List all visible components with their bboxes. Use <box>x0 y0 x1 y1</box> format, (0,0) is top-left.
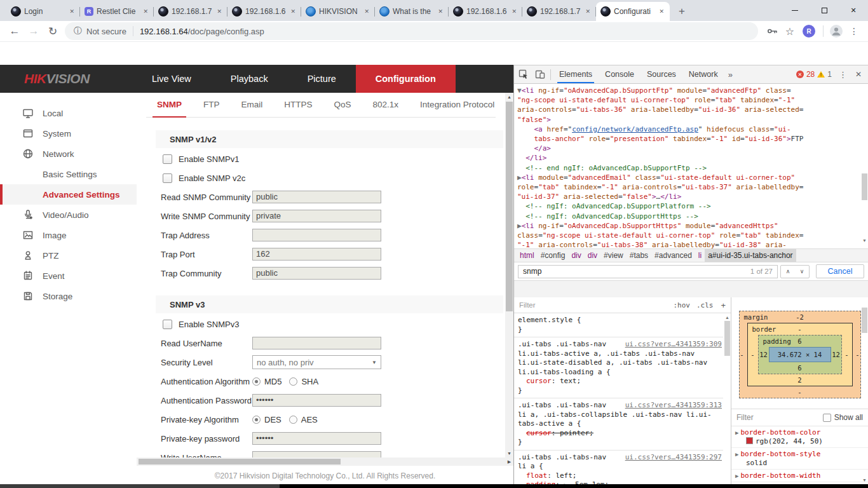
computed-property[interactable]: ▶border-bottom-stylesolid <box>731 448 868 470</box>
sidebar-item-advanced-settings[interactable]: Advanced Settings <box>0 184 137 205</box>
box-model-margin[interactable]: margin-2 - border- - padding6 <box>739 311 861 398</box>
tab-close-icon[interactable]: ✕ <box>289 7 297 16</box>
radio-aes[interactable] <box>289 416 297 424</box>
browser-tab-restlet-clie[interactable]: RRestlet Clie✕ <box>80 2 154 21</box>
checkbox-enable-snmpv3[interactable] <box>163 320 172 329</box>
devtools-close-icon[interactable]: ✕ <box>854 70 867 79</box>
chrome-menu-icon[interactable]: ⋮ <box>845 22 863 40</box>
vertical-scroll-thumb[interactable] <box>506 102 513 311</box>
profile-avatar[interactable] <box>827 22 845 40</box>
checkbox-enable-snmpv1[interactable] <box>163 154 172 164</box>
elements-scroll-thumb[interactable] <box>862 173 867 200</box>
expand-icon[interactable]: ▶ <box>735 430 738 436</box>
warning-icon[interactable]: ! <box>817 71 825 78</box>
content-vertical-scrollbar[interactable]: ▲ ▼ <box>505 93 513 458</box>
tab-email[interactable]: Email <box>231 93 274 117</box>
new-tab-button[interactable]: + <box>672 2 691 21</box>
css-property[interactable]: float: left; <box>518 471 722 481</box>
device-toolbar-icon[interactable] <box>532 66 548 83</box>
text-input-trap-address[interactable] <box>252 229 381 241</box>
sidebar-item-ptz[interactable]: PTZ <box>0 245 137 266</box>
toggle-classes-button[interactable]: .cls <box>696 301 714 309</box>
text-input-read-snmp-community[interactable]: public <box>252 191 381 203</box>
tab-close-icon[interactable]: ✕ <box>215 7 223 16</box>
browser-tab-192-168-1-6[interactable]: 192.168.1.6✕ <box>227 2 301 21</box>
tab-ftp[interactable]: FTP <box>193 93 231 117</box>
breadcrumb-li[interactable]: li <box>695 249 705 262</box>
sidebar-item-network[interactable]: Network <box>0 144 137 164</box>
tab-802-1x[interactable]: 802.1x <box>362 93 410 117</box>
breadcrumb-div[interactable]: div <box>568 249 584 262</box>
computed-filter-input[interactable]: Filter <box>736 413 754 422</box>
computed-property[interactable]: ▶border-bottom-colorrgb(202, 44, 50) <box>731 426 868 448</box>
breadcrumb-a-ui-id-35-ui-tabs-anchor[interactable]: a#ui-id-35.ui-tabs-anchor <box>705 249 796 262</box>
stylesheet-link[interactable]: ui.css?vers…4341359:309 <box>625 340 722 349</box>
minimize-button[interactable] <box>780 0 810 20</box>
restlet-extension-icon[interactable]: R <box>803 25 815 37</box>
text-input-trap-community[interactable]: public <box>252 267 381 280</box>
toggle-hover-button[interactable]: :hov <box>673 301 690 309</box>
tab-qos[interactable]: QoS <box>323 93 362 117</box>
box-model-border[interactable]: border- - padding6 12 34.672 × 14 12 <box>747 323 853 386</box>
back-button[interactable]: ← <box>5 22 24 41</box>
css-property[interactable]: cursor: text; <box>518 377 722 386</box>
sidebar-item-image[interactable]: Image <box>0 225 137 245</box>
browser-tab-configurati[interactable]: Configurati✕ <box>596 2 670 21</box>
radio-sha[interactable] <box>289 377 297 386</box>
devtools-tab-network[interactable]: Network <box>682 65 724 83</box>
search-prev-icon[interactable]: ∧ <box>786 268 790 274</box>
browser-tab-hikvision[interactable]: HIKVISION✕ <box>301 2 375 21</box>
select-security-level[interactable]: no auth, no priv▼ <box>252 355 381 369</box>
forward-button[interactable]: → <box>24 22 43 41</box>
elements-scroll-down-icon[interactable]: ▼ <box>862 238 867 243</box>
tab-close-icon[interactable]: ✕ <box>142 7 149 16</box>
box-model-padding[interactable]: padding6 12 34.672 × 14 12 6 <box>758 335 842 374</box>
layout-scroll-down-icon[interactable]: ▼ <box>862 478 867 482</box>
browser-tab-192-168-1-6[interactable]: 192.168.1.6✕ <box>449 2 522 21</box>
breadcrumb-html[interactable]: html <box>517 249 538 262</box>
computed-property[interactable]: ▶border-bottom-width <box>731 470 868 482</box>
browser-tab-what-is-the[interactable]: What is the✕ <box>375 2 449 21</box>
css-property[interactable]: cursor: pointer; <box>518 429 722 438</box>
radio-md5[interactable] <box>252 377 261 386</box>
error-icon[interactable]: ✕ <box>796 71 804 78</box>
bookmark-star-icon[interactable]: ☆ <box>781 22 799 40</box>
browser-tab-192-168-1-7[interactable]: 192.168.1.7✕ <box>154 2 227 21</box>
styles-filter-input[interactable]: Filter <box>519 301 667 309</box>
devtools-tab-console[interactable]: Console <box>599 65 641 83</box>
search-cancel-button[interactable]: Cancel <box>816 264 864 278</box>
info-icon[interactable]: ⓘ <box>74 25 82 37</box>
box-model-content[interactable]: 34.672 × 14 <box>769 347 831 362</box>
devtools-tab-sources[interactable]: Sources <box>641 65 682 83</box>
devtools-tab-elements[interactable]: Elements <box>553 65 599 83</box>
tab-https[interactable]: HTTPS <box>273 93 323 117</box>
tab-close-icon[interactable]: ✕ <box>68 7 76 16</box>
stylesheet-link[interactable]: ui.css?vers…4341359:297 <box>625 453 722 463</box>
text-input-private-key-password[interactable]: •••••• <box>252 432 381 445</box>
breadcrumb-view[interactable]: #view <box>600 249 627 262</box>
sidebar-item-video-audio[interactable]: Video/Audio <box>0 205 137 225</box>
sidebar-item-basic-settings[interactable]: Basic Settings <box>0 164 137 184</box>
checkbox-enable-snmp-v2c[interactable] <box>163 173 172 183</box>
scroll-down-icon[interactable]: ▼ <box>505 449 513 458</box>
text-input-trap-port[interactable]: 162 <box>252 248 381 261</box>
sidebar-item-storage[interactable]: Storage <box>0 286 137 306</box>
sidebar-item-system[interactable]: System <box>0 123 137 144</box>
styles-scroll-thumb[interactable] <box>724 321 730 356</box>
warning-count[interactable]: 1 <box>827 70 832 79</box>
tab-close-icon[interactable]: ✕ <box>510 7 518 16</box>
breadcrumb-advanced[interactable]: #advanced <box>651 249 695 262</box>
elements-tree[interactable]: ▼<li ng-if="oAdvancedCap.bSupportFtp" mo… <box>514 84 868 250</box>
expand-icon[interactable]: ▶ <box>735 473 738 479</box>
browser-tab-192-168-1-7[interactable]: 192.168.1.7✕ <box>522 2 596 21</box>
tab-close-icon[interactable]: ✕ <box>437 7 444 16</box>
content-horizontal-scrollbar[interactable]: ▶ <box>137 458 513 466</box>
error-count[interactable]: 28 <box>806 70 815 79</box>
maximize-button[interactable] <box>810 0 839 20</box>
new-style-rule-button[interactable]: + <box>721 301 726 310</box>
reload-button[interactable]: ↻ <box>43 22 62 41</box>
nav-item-playback[interactable]: Playback <box>211 65 288 93</box>
inspect-element-icon[interactable] <box>515 66 532 83</box>
search-input[interactable]: snmp 1 of 27 <box>518 265 778 278</box>
tab-integration-protocol[interactable]: Integration Protocol <box>409 93 505 117</box>
